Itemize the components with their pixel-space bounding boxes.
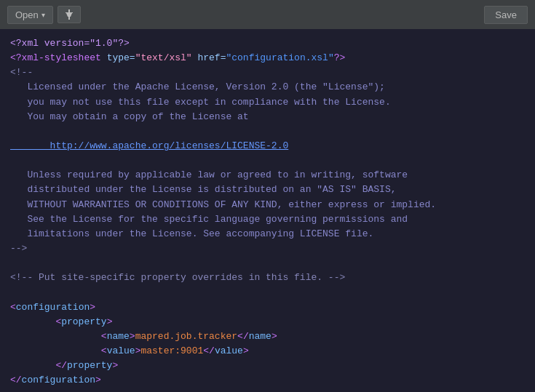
value-close-tag: </	[203, 345, 215, 356]
name-close-tag: </	[237, 331, 249, 342]
pin-icon	[64, 9, 74, 20]
property-open-tag: <	[10, 316, 61, 327]
type-attr-value: "text/xsl"	[135, 52, 192, 63]
editor[interactable]: <?xml version="1.0"?> <?xml-stylesheet t…	[0, 29, 535, 392]
svg-marker-1	[66, 13, 72, 17]
name-close-close: >	[272, 331, 277, 342]
name-tag-name: name	[107, 331, 130, 342]
svg-rect-3	[66, 12, 73, 13]
configuration-tag-name: configuration	[16, 302, 90, 313]
configuration-close-tag-name: configuration	[22, 375, 95, 385]
name-content: mapred.job.tracker	[135, 331, 237, 342]
save-button[interactable]: Save	[484, 6, 528, 24]
stylesheet-close: ?>	[334, 52, 346, 63]
toolbar: Open ▾ Save	[0, 0, 535, 29]
configuration-close-close: >	[95, 375, 101, 385]
toolbar-left: Open ▾	[7, 6, 81, 24]
name-close-tag-name: name	[249, 331, 272, 342]
configuration-close-tag: </	[10, 375, 22, 385]
configuration-open-tag: <	[10, 302, 16, 313]
property-tag-name: property	[61, 316, 106, 327]
value-tag-name: value	[107, 345, 135, 356]
value-content: master:9001	[140, 345, 203, 356]
pin-button[interactable]	[58, 6, 81, 23]
comment-start: <!--	[10, 67, 33, 78]
license-line-6: WITHOUT WARRANTIES OR CONDITIONS OF ANY …	[10, 199, 436, 210]
license-line-7: See the License for the specific languag…	[10, 214, 408, 225]
value-close-close: >	[243, 345, 249, 356]
open-label: Open	[15, 9, 39, 20]
license-line-5: distributed under the License is distrib…	[10, 184, 397, 195]
type-attr: type=	[107, 52, 135, 63]
value-open-tag: <	[10, 345, 107, 356]
comment-end: -->	[10, 243, 27, 254]
license-line-1: Licensed under the Apache License, Versi…	[10, 81, 385, 92]
configuration-open-close: >	[90, 302, 95, 313]
xml-stylesheet-tag: <?xml-stylesheet	[10, 52, 107, 63]
property-close-close: >	[112, 360, 118, 371]
license-line-4: Unless required by applicable law or agr…	[10, 169, 408, 180]
license-line-8: limitations under the License. See accom…	[10, 228, 373, 239]
open-button[interactable]: Open ▾	[7, 6, 53, 24]
license-line-3: You may obtain a copy of the License at	[10, 111, 249, 122]
property-comment: <!-- Put site-specific property override…	[10, 272, 345, 283]
value-close-tag-name: value	[215, 345, 243, 356]
name-open-tag: <	[10, 331, 107, 342]
dropdown-arrow-icon: ▾	[41, 11, 45, 19]
href-attr: href=	[192, 52, 226, 63]
svg-rect-2	[68, 17, 70, 20]
name-open-close: >	[130, 331, 135, 342]
property-close-tag: </	[10, 360, 67, 371]
license-url[interactable]: http://www.apache.org/licenses/LICENSE-2…	[10, 140, 288, 151]
property-close-tag-name: property	[67, 360, 112, 371]
xml-declaration: <?xml version="1.0"?>	[10, 38, 130, 49]
href-attr-value: "configuration.xsl"	[226, 52, 333, 63]
property-open-close: >	[107, 316, 113, 327]
license-line-2: you may not use this file except in comp…	[10, 97, 391, 108]
